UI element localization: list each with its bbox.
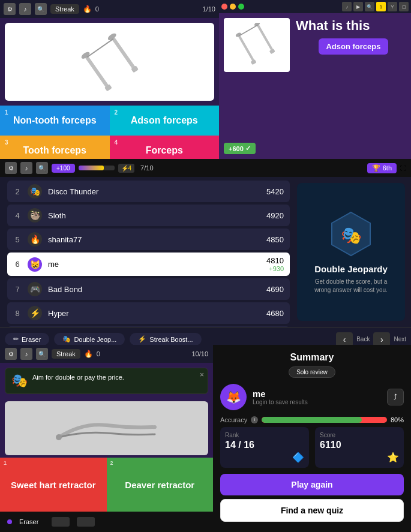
user-info: me Login to save results	[253, 389, 381, 405]
lb-name: Hyper	[48, 309, 260, 318]
double-jeopardy-btn[interactable]: 🎭 Double Jeop...	[54, 333, 125, 345]
final-answer-2-num: 2	[110, 460, 113, 466]
svg-rect-1	[111, 37, 136, 71]
p2-icon5[interactable]: Y	[388, 2, 397, 11]
final-answer-2-label: Deaver retractor	[125, 480, 194, 490]
quiz-panel: ⚙ ♪ 🔍 Streak 🔥 0 1/10 1 Non-tooth forcep…	[0, 0, 219, 159]
p2-icon1[interactable]: ♪	[342, 2, 352, 11]
user-row: 🦊 me Login to save results ⤴	[220, 384, 404, 410]
accuracy-info-icon[interactable]: i	[251, 416, 258, 423]
answer-1-label: Non-tooth forceps	[13, 115, 97, 126]
forceps-image	[56, 32, 164, 92]
leaderboard-list: 2 🎭 Disco Thunder 5420 4 🦥 Sloth 4920 5 …	[0, 177, 297, 327]
back-label: Back	[356, 336, 370, 342]
answer-4-label: Forceps	[146, 145, 183, 156]
final-question-count: 10/10	[191, 350, 208, 357]
final-music-icon[interactable]: ♪	[20, 348, 32, 360]
summary-title: Summary	[220, 352, 404, 363]
p2-icon6[interactable]: ◻	[399, 2, 409, 11]
lb-score-col: 4690	[266, 285, 284, 294]
svg-rect-12	[251, 59, 257, 64]
score-delta-badge: +100	[52, 164, 75, 173]
leaderboard-row: 9 💼 My job in 4580	[7, 326, 290, 327]
eraser-strip-label: Eraser	[19, 518, 38, 525]
svg-point-16	[56, 434, 62, 440]
next-label: Next	[394, 336, 406, 342]
close-dot[interactable]	[221, 4, 227, 10]
eraser-btn[interactable]: ✏ Eraser	[5, 333, 49, 345]
back-btn[interactable]: ‹	[336, 332, 353, 347]
minimize-dot[interactable]	[230, 4, 236, 10]
accuracy-pct: 80%	[391, 416, 404, 423]
final-fire-count: 0	[97, 350, 100, 357]
streak-boost-btn[interactable]: ⚡ Streak Boost...	[130, 333, 201, 345]
expand-icon[interactable]: ⛶	[400, 165, 406, 172]
svg-rect-13	[269, 48, 275, 53]
answer-4-num: 4	[115, 139, 118, 146]
streak-label: Streak	[50, 4, 79, 14]
final-answer-2[interactable]: 2 Deaver retractor	[107, 458, 214, 512]
rank-badge: 🏆 6th	[367, 163, 397, 173]
leaderboard-row: 2 🎭 Disco Thunder 5420	[7, 181, 290, 202]
answer-grid: 1 Non-tooth forceps 2 Adson forceps 3 To…	[0, 106, 219, 166]
rank-stat-value: 14 / 16	[225, 440, 304, 450]
leaderboard-row: 5 🔥 shanita77 4850	[7, 229, 290, 250]
p2-icon4[interactable]: 1	[376, 2, 386, 11]
share-btn[interactable]: ⤴	[387, 389, 404, 405]
lb-score: 4850	[266, 235, 284, 244]
lb-score-col: 4920	[266, 211, 284, 220]
leaderboard-row: 8 ⚡ Hyper 4680	[7, 302, 290, 324]
p2-icon3[interactable]: 🔍	[365, 2, 374, 11]
answer-2-num: 2	[115, 109, 118, 116]
final-streak-label: Streak	[52, 349, 80, 359]
rank-icon: 🔷	[292, 452, 304, 463]
lb-music-icon[interactable]: ♪	[20, 162, 32, 174]
expand-dot[interactable]	[238, 4, 244, 10]
eraser-dot	[7, 519, 12, 524]
accuracy-row: Accuracy i 80%	[220, 416, 404, 423]
lb-rank: 6	[13, 260, 22, 269]
svg-rect-8	[256, 23, 273, 50]
score-value: +600	[229, 145, 244, 152]
double-jeopardy-hex: 🎭	[327, 210, 375, 258]
solo-review-btn[interactable]: Solo review	[289, 366, 335, 378]
svg-line-11	[239, 25, 257, 35]
answer-2[interactable]: 2 Adson forceps	[110, 106, 220, 136]
user-avatar: 🦊	[220, 384, 247, 410]
accuracy-bar	[262, 417, 387, 423]
final-answer-1[interactable]: 1 Sweet hart retractor	[0, 458, 107, 512]
fire-count: 0	[95, 5, 99, 13]
settings-icon[interactable]: ⚙	[4, 3, 16, 15]
quiz-toolbar: ⚙ ♪ 🔍 Streak 🔥 0 1/10	[0, 0, 219, 18]
question-count: 1/10	[203, 5, 215, 13]
dj-popup-close[interactable]: ×	[200, 371, 204, 379]
lb-name: Bad Bond	[48, 285, 260, 294]
final-settings-icon[interactable]: ⚙	[5, 348, 17, 360]
play-again-btn[interactable]: Play again	[220, 474, 404, 495]
lb-avatar: 🎭	[28, 184, 42, 199]
final-panel: ⚙ ♪ 🔍 Streak 🔥 0 10/10 🎭 Aim for double …	[0, 345, 411, 532]
fire-icon: 🔥	[83, 5, 92, 13]
final-search-icon[interactable]: 🔍	[36, 348, 48, 360]
answer-1[interactable]: 1 Non-tooth forceps	[0, 106, 110, 136]
question-panel: ♪ ▶ 🔍 1 Y ◻ What is this	[219, 0, 411, 159]
final-answer-1-num: 1	[4, 460, 7, 466]
lb-name: Sloth	[48, 211, 260, 220]
lb-name: me	[48, 260, 260, 269]
lb-question-count: 7/10	[140, 164, 153, 172]
next-btn[interactable]: ›	[373, 332, 390, 347]
lb-rank: 7	[13, 285, 22, 294]
dj-label: Double Jeop...	[74, 336, 116, 343]
panel2-forceps-svg	[227, 23, 287, 68]
final-answer-1-label: Sweet hart retractor	[11, 480, 96, 490]
lb-search-icon[interactable]: 🔍	[36, 162, 48, 174]
search-icon[interactable]: 🔍	[35, 3, 47, 15]
rank-stat: Rank 14 / 16 🔷	[220, 427, 309, 468]
lb-settings-icon[interactable]: ⚙	[5, 162, 17, 174]
final-question-image	[5, 401, 208, 455]
lightning-badge: ⚡4	[118, 164, 135, 173]
find-quiz-btn[interactable]: Find a new quiz	[220, 499, 404, 522]
answer-3-num: 3	[5, 139, 8, 146]
p2-icon2[interactable]: ▶	[353, 2, 363, 11]
music-icon[interactable]: ♪	[19, 3, 31, 15]
